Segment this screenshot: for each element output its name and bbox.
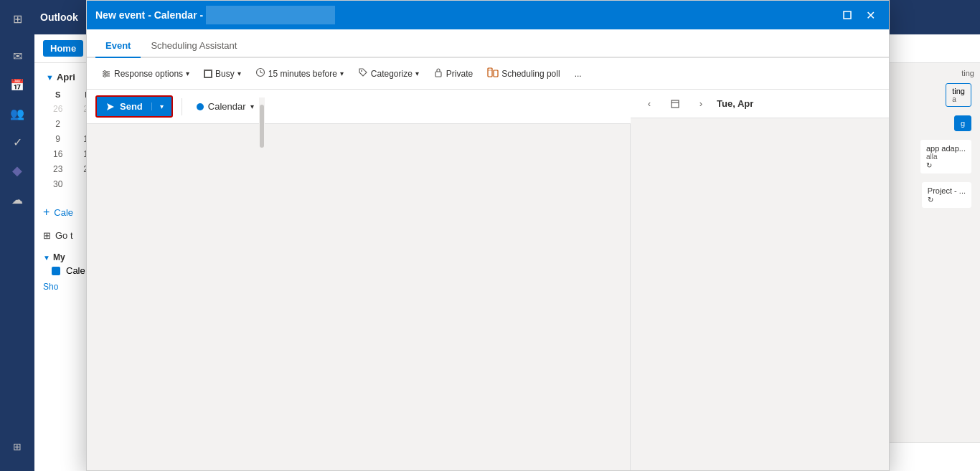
poll-icon <box>487 67 499 77</box>
waffle-icon[interactable]: ⊞ <box>4 6 30 32</box>
side-cal-prev-btn[interactable]: ‹ <box>639 94 659 114</box>
sidebar-navigation: ⊞ ✉ 📅 👥 ✓ ◆ ☁ ⊞ <box>0 0 34 471</box>
add-icon: + <box>43 206 50 219</box>
scheduling-poll-icon <box>487 67 499 80</box>
lock-icon <box>433 67 443 77</box>
calendar-nav-icon[interactable]: 📅 <box>4 72 30 97</box>
busy-label: Busy <box>215 69 235 79</box>
response-options-button[interactable]: Response options ▾ <box>95 66 195 82</box>
svg-point-5 <box>106 72 108 75</box>
calendar-item-label: Cale <box>66 265 85 276</box>
my-cal-collapse-icon[interactable]: ▼ <box>43 254 50 262</box>
right-event-3[interactable]: app adap... alla ↻ <box>920 140 971 173</box>
categorize-chevron: ▾ <box>415 70 419 77</box>
side-cal-today-icon <box>670 99 680 109</box>
svg-point-10 <box>361 70 362 72</box>
categorize-label: Categorize <box>371 69 413 79</box>
dialog-titlebar: New event - Calendar - ✕ <box>87 1 889 29</box>
close-button[interactable]: ✕ <box>860 5 880 25</box>
repeat-icon-2: ↻ <box>928 196 933 204</box>
send-main-button[interactable]: Send <box>97 97 151 116</box>
tab-event[interactable]: Event <box>95 34 141 58</box>
send-row: Send ▾ Calendar ▾ <box>87 90 631 124</box>
svg-rect-0 <box>844 11 851 19</box>
response-options-label: Response options <box>114 69 183 79</box>
reminder-button[interactable]: 15 minutes before ▾ <box>250 65 349 82</box>
onedrive-nav-icon[interactable]: ☁ <box>4 186 30 212</box>
right-event-1[interactable]: ting a <box>946 83 971 107</box>
side-cal-next-btn[interactable]: › <box>691 94 711 114</box>
event-3-label: app adap... <box>926 144 966 153</box>
maximize-button[interactable] <box>837 5 857 25</box>
cal-day-2[interactable]: 2 <box>43 117 72 131</box>
more-apps-icon[interactable]: ⊞ <box>4 434 30 460</box>
busy-chevron: ▾ <box>237 70 241 77</box>
svg-rect-13 <box>494 70 498 77</box>
svg-point-6 <box>104 75 106 77</box>
mini-cal-month: Apri <box>57 72 75 82</box>
cal-day-23[interactable]: 23 <box>43 162 72 176</box>
calendar-side-header: ‹ › Tue, Apr <box>631 90 889 118</box>
response-options-chevron: ▾ <box>186 70 189 77</box>
mail-nav-icon[interactable]: ✉ <box>4 43 30 69</box>
right-event-2[interactable]: g <box>954 115 971 131</box>
event-title-input[interactable] <box>206 6 335 24</box>
collapse-icon[interactable]: ▼ <box>46 73 54 82</box>
send-dropdown-chevron: ▾ <box>160 103 164 110</box>
busy-button[interactable]: Busy ▾ <box>198 66 247 82</box>
sliders-icon <box>101 69 111 79</box>
calendar-color-indicator <box>52 267 60 275</box>
home-tab[interactable]: Home <box>43 40 83 57</box>
private-button[interactable]: Private <box>428 65 479 82</box>
svg-rect-12 <box>488 68 492 77</box>
svg-line-9 <box>260 72 263 73</box>
event-3-sub: alla <box>926 153 966 161</box>
cal-day-9[interactable]: 9 <box>43 132 72 146</box>
right-event-4[interactable]: Project - ... ↻ <box>922 182 971 208</box>
categorize-button[interactable]: Categorize ▾ <box>352 65 425 82</box>
title-prefix: New event - Calendar - <box>95 9 203 21</box>
send-label: Send <box>120 101 143 112</box>
event-4-label: Project - ... <box>928 186 966 195</box>
repeat-icon: ↻ <box>926 161 932 169</box>
dialog-toolbar: Response options ▾ Busy ▾ 15 minutes bef… <box>87 58 889 90</box>
svg-rect-16 <box>672 100 679 108</box>
send-dropdown-button[interactable]: ▾ <box>151 103 171 110</box>
new-event-dialog: New event - Calendar - ✕ Event Schedulin… <box>86 0 890 471</box>
private-label: Private <box>446 69 473 79</box>
event-1-sub: a <box>952 95 965 103</box>
svg-rect-14 <box>488 70 492 71</box>
categorize-icon <box>358 67 368 80</box>
calendar-name: Calendar <box>208 101 246 112</box>
my-calendars-label: My <box>53 252 65 262</box>
busy-icon <box>204 70 212 78</box>
response-options-icon <box>101 69 111 79</box>
svg-point-4 <box>104 70 106 72</box>
add-calendar-label: Cale <box>54 207 73 218</box>
tasks-nav-icon[interactable]: ✓ <box>4 129 30 155</box>
cal-day-30b[interactable]: 30 <box>43 177 72 191</box>
cal-day-26[interactable]: 26 <box>43 102 72 116</box>
form-scrollbar[interactable] <box>259 124 265 449</box>
calendar-side-panel: ‹ › Tue, Apr <box>631 90 889 470</box>
more-options-label: ... <box>575 69 582 79</box>
reminder-icon <box>255 67 265 80</box>
event-form-area[interactable] <box>87 124 631 470</box>
goto-label: Go t <box>55 230 73 241</box>
more-options-button[interactable]: ... <box>569 66 588 82</box>
calendar-selector-button[interactable]: Calendar ▾ <box>191 98 260 115</box>
side-cal-today-btn[interactable] <box>665 94 685 114</box>
scheduling-poll-button[interactable]: Scheduling poll <box>481 65 565 82</box>
contacts-nav-icon[interactable]: 👥 <box>4 100 30 126</box>
clock-icon <box>255 67 265 77</box>
calendar-chevron: ▾ <box>250 103 254 110</box>
send-icon <box>105 102 116 112</box>
tab-scheduling-assistant[interactable]: Scheduling Assistant <box>141 34 247 58</box>
reminder-chevron: ▾ <box>340 70 344 77</box>
cal-day-16[interactable]: 16 <box>43 147 72 161</box>
tag-icon <box>358 67 368 77</box>
teams-nav-icon[interactable]: ◆ <box>4 158 30 184</box>
reminder-label: 15 minutes before <box>268 69 337 79</box>
side-cal-date-display: Tue, Apr <box>717 98 880 109</box>
calendar-dot <box>197 103 204 110</box>
